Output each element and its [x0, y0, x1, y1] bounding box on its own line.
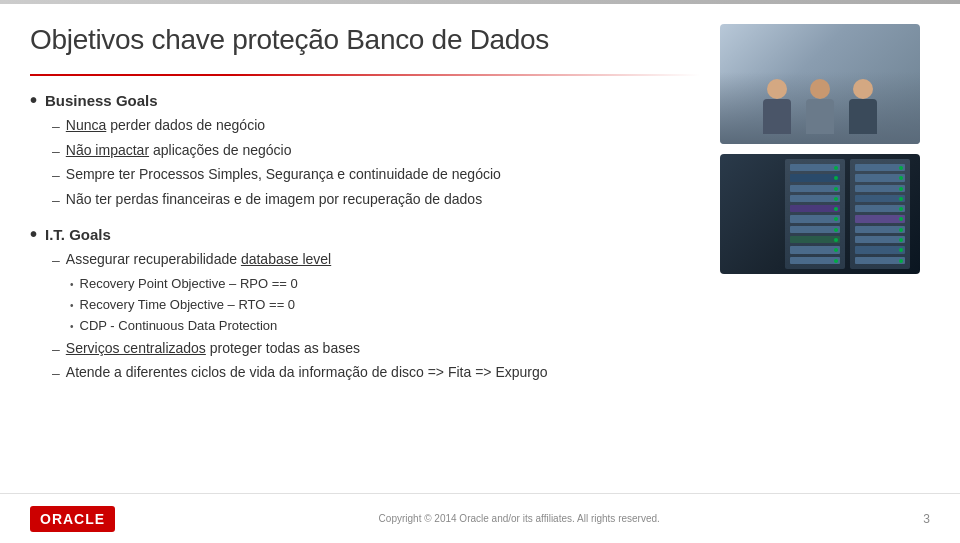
server-rack	[850, 159, 910, 269]
list-item-cdp: CDP - Continuous Data Protection	[70, 317, 700, 335]
server-unit	[855, 195, 905, 202]
it-goals-section: I.T. Goals Assegurar recuperabilidade da…	[30, 224, 700, 387]
person-body	[849, 99, 877, 134]
server-unit	[790, 195, 840, 202]
person-2	[806, 79, 834, 134]
server-unit	[790, 257, 840, 264]
person-body	[763, 99, 791, 134]
list-item: Não impactar aplicações de negócio	[52, 141, 700, 162]
slide-title: Objetivos chave proteção Banco de Dados	[30, 24, 700, 56]
server-rack-2	[785, 159, 845, 269]
server-unit	[790, 246, 840, 253]
server-unit	[855, 164, 905, 171]
item-text: Assegurar recuperabilidade database leve…	[66, 250, 331, 270]
server-unit	[855, 185, 905, 192]
people-illustration	[763, 79, 877, 134]
oracle-badge: ORACLE	[30, 506, 115, 532]
item-text: Recovery Time Objective – RTO == 0	[80, 296, 296, 314]
business-goals-section: Business Goals – Nunca perder dados de n…	[30, 90, 700, 214]
server-unit	[855, 257, 905, 264]
person-body	[806, 99, 834, 134]
server-unit	[790, 174, 840, 181]
server-unit	[855, 226, 905, 233]
business-goals-list: – Nunca perder dados de negócio Não impa…	[30, 116, 700, 210]
person-3	[849, 79, 877, 134]
server-unit	[790, 226, 840, 233]
server-unit	[855, 246, 905, 253]
server-unit	[790, 205, 840, 212]
meeting-image	[720, 24, 920, 144]
oracle-logo: ORACLE	[30, 506, 115, 532]
footer: ORACLE Copyright © 2014 Oracle and/or it…	[0, 493, 960, 543]
main-content: Objetivos chave proteção Banco de Dados …	[30, 24, 700, 483]
list-item-rto: Recovery Time Objective – RTO == 0	[70, 296, 700, 314]
person-head	[810, 79, 830, 99]
business-goals-heading: Business Goals	[30, 90, 700, 110]
item-text: Nunca perder dados de negócio	[66, 116, 265, 136]
database-level-sublist: Recovery Point Objective – RPO == 0 Reco…	[52, 275, 700, 336]
server-unit	[790, 185, 840, 192]
item-text: Atende a diferentes ciclos de vida da in…	[66, 363, 548, 383]
item-text: Serviços centralizados proteger todas as…	[66, 339, 360, 359]
footer-copyright: Copyright © 2014 Oracle and/or its affil…	[379, 513, 660, 524]
list-item-rpo: Recovery Point Objective – RPO == 0	[70, 275, 700, 293]
it-goals-list: Assegurar recuperabilidade database leve…	[30, 250, 700, 383]
slide: Objetivos chave proteção Banco de Dados …	[0, 0, 960, 543]
server-unit	[855, 205, 905, 212]
list-item: Não ter perdas financeiras e de imagem p…	[52, 190, 700, 211]
list-item-atende: Atende a diferentes ciclos de vida da in…	[52, 363, 700, 384]
server-unit	[790, 236, 840, 243]
list-item: Sempre ter Processos Simples, Segurança …	[52, 165, 700, 186]
content-area: Objetivos chave proteção Banco de Dados …	[0, 4, 960, 493]
item-text: Recovery Point Objective – RPO == 0	[80, 275, 298, 293]
server-image	[720, 154, 920, 274]
item-text: CDP - Continuous Data Protection	[80, 317, 278, 335]
footer-page-number: 3	[923, 512, 930, 526]
person-1	[763, 79, 791, 134]
item-text: Sempre ter Processos Simples, Segurança …	[66, 165, 501, 185]
server-unit	[855, 174, 905, 181]
item-text: Não ter perdas financeiras e de imagem p…	[66, 190, 482, 210]
server-unit	[855, 236, 905, 243]
title-separator	[30, 74, 700, 76]
item-text: Não impactar aplicações de negócio	[66, 141, 292, 161]
server-unit	[790, 215, 840, 222]
person-head	[767, 79, 787, 99]
it-goals-heading: I.T. Goals	[30, 224, 700, 244]
right-images-column	[720, 24, 930, 483]
list-item-assegurar: Assegurar recuperabilidade database leve…	[52, 250, 700, 271]
server-unit	[855, 215, 905, 222]
person-head	[853, 79, 873, 99]
server-unit	[790, 164, 840, 171]
list-item: – Nunca perder dados de negócio	[52, 116, 700, 137]
list-item-servicos: Serviços centralizados proteger todas as…	[52, 339, 700, 360]
